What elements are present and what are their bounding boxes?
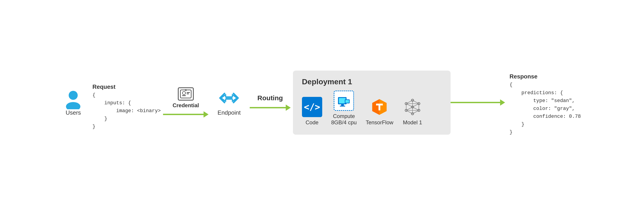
users-column: Users — [63, 89, 83, 116]
svg-rect-2 — [180, 90, 191, 98]
svg-marker-17 — [372, 99, 380, 115]
svg-line-36 — [406, 110, 412, 114]
users-label: Users — [66, 109, 81, 116]
model-icon-box — [402, 97, 423, 117]
request-label: Request — [92, 83, 161, 90]
svg-line-28 — [412, 100, 419, 104]
credential-icon — [178, 87, 194, 100]
compute-label: Compute 8GB/4 cpu — [331, 113, 357, 126]
tensorflow-icon-box — [369, 97, 390, 117]
users-request-group: Users Request { inputs: { image: <binary… — [63, 74, 161, 131]
deploy-item-tensorflow: TensorFlow — [366, 97, 394, 126]
tensorflow-svg — [370, 98, 388, 116]
response-block: Response { predictions: { type: "sedan",… — [510, 73, 581, 136]
svg-rect-4 — [182, 95, 186, 96]
response-code: { predictions: { type: "sedan", color: "… — [510, 81, 581, 136]
credential-arrow-group: Credential — [163, 87, 208, 118]
svg-line-37 — [412, 110, 419, 114]
svg-line-35 — [412, 107, 419, 110]
model-svg-icon — [404, 98, 422, 116]
deploy-item-model: Model 1 — [402, 97, 423, 126]
deployment-title: Deployment 1 — [302, 77, 442, 86]
svg-rect-15 — [346, 100, 349, 103]
arrow-head-3 — [500, 99, 505, 106]
svg-rect-11 — [339, 98, 346, 103]
routing-label: Routing — [257, 94, 283, 102]
exit-arrow — [450, 99, 505, 106]
credential-section: Credential — [172, 87, 199, 109]
deployment-box: Deployment 1 </> Code — [293, 71, 450, 135]
svg-point-3 — [182, 91, 186, 95]
svg-rect-19 — [378, 105, 380, 110]
tensorflow-label: TensorFlow — [366, 119, 394, 126]
endpoint-label: Endpoint — [218, 109, 241, 116]
compute-icon-box — [334, 91, 354, 111]
svg-rect-5 — [187, 92, 190, 93]
diagram-container: Users Request { inputs: { image: <binary… — [0, 0, 644, 205]
deployment-icons: </> Code — [302, 91, 442, 126]
flow-wrapper: Users Request { inputs: { image: <binary… — [63, 69, 581, 136]
svg-line-32 — [406, 104, 412, 107]
credential-card-icon — [180, 89, 192, 98]
model-label: Model 1 — [403, 119, 422, 126]
svg-rect-18 — [376, 104, 383, 105]
svg-rect-7 — [185, 89, 187, 91]
code-icon: </> — [304, 102, 320, 112]
routing-label-container: Routing — [257, 94, 283, 102]
request-block: Request { inputs: { image: <binary> } } — [92, 83, 161, 131]
svg-point-1 — [66, 102, 80, 109]
response-label: Response — [510, 73, 581, 80]
user-icon — [63, 89, 83, 109]
endpoint-section: Endpoint — [218, 89, 241, 116]
svg-rect-13 — [340, 106, 345, 107]
svg-line-27 — [406, 100, 412, 104]
svg-point-0 — [69, 91, 78, 100]
arrow-head-1 — [204, 111, 208, 118]
arrow-line-1 — [163, 114, 204, 115]
arrow-head-2 — [286, 105, 291, 111]
credential-label: Credential — [172, 102, 199, 109]
arrow-line-3 — [450, 102, 500, 103]
routing-arrow-group: Routing — [250, 94, 291, 111]
svg-rect-6 — [187, 93, 189, 94]
routing-arrow — [250, 105, 291, 111]
svg-rect-12 — [341, 104, 344, 106]
deploy-item-compute: Compute 8GB/4 cpu — [331, 91, 357, 126]
request-code: { inputs: { image: <binary> } } — [92, 91, 161, 131]
credential-arrow — [163, 111, 208, 118]
compute-svg-icon — [336, 93, 352, 108]
svg-line-33 — [412, 104, 419, 107]
code-label: Code — [306, 119, 318, 126]
deploy-item-code: </> Code — [302, 97, 322, 126]
code-icon-box: </> — [302, 97, 322, 117]
arrow-line-2 — [250, 107, 286, 108]
endpoint-icon — [219, 89, 239, 107]
svg-line-34 — [406, 107, 412, 110]
